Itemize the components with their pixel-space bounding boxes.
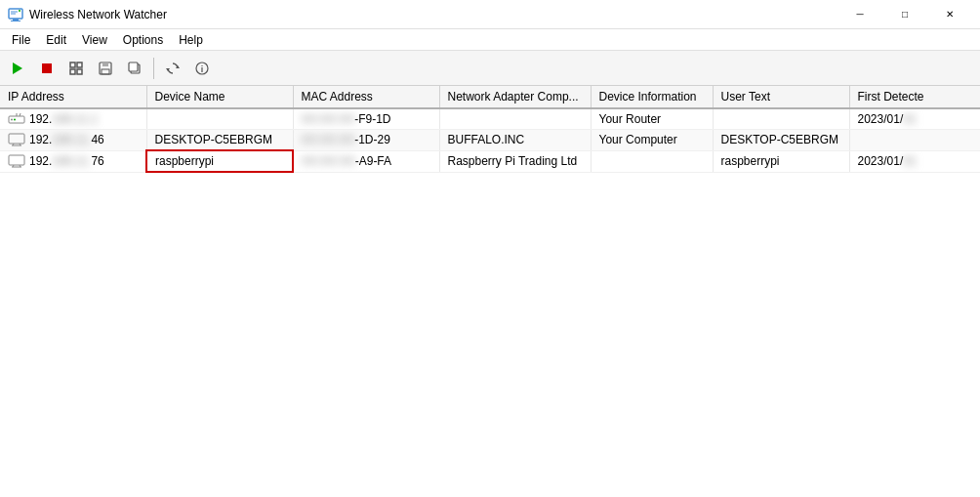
menu-edit[interactable]: Edit: [38, 31, 74, 49]
svg-rect-9: [77, 62, 82, 67]
table-row[interactable]: 192.168.11.46 DESKTOP-C5EBRGM XX:XX:XX-1…: [0, 130, 980, 151]
about-button[interactable]: i: [188, 55, 216, 82]
ip-text: 192.168.11.1: [29, 112, 98, 126]
cell-ip: 192.168.11.76: [0, 150, 146, 172]
cell-firstdet: 2023/01/01: [849, 108, 980, 130]
svg-marker-6: [13, 62, 22, 74]
cell-devinfo: [591, 150, 713, 172]
copy-button[interactable]: [121, 55, 148, 82]
title-bar: Wireless Network Watcher ─ □ ✕: [0, 0, 980, 29]
svg-rect-1: [13, 19, 19, 21]
cell-adapter: [439, 108, 591, 130]
title-bar-left: Wireless Network Watcher: [8, 7, 167, 22]
cell-ip: 192.168.11.1: [0, 108, 146, 130]
play-button[interactable]: [4, 55, 31, 82]
col-header-mac[interactable]: MAC Address: [293, 86, 439, 108]
svg-rect-7: [42, 63, 52, 73]
cell-usertext: [713, 108, 849, 130]
menu-options[interactable]: Options: [115, 31, 171, 49]
refresh-button[interactable]: [159, 55, 186, 82]
toolbar: i: [0, 51, 980, 86]
cell-ip: 192.168.11.46: [0, 130, 146, 151]
save-button[interactable]: [92, 55, 119, 82]
toolbar-separator: [153, 58, 154, 79]
menu-bar: File Edit View Options Help: [0, 29, 980, 51]
network-table: IP Address Device Name MAC Address Netwo…: [0, 86, 980, 173]
main-area: IP Address Device Name MAC Address Netwo…: [0, 86, 980, 497]
svg-rect-8: [70, 62, 75, 67]
svg-rect-13: [102, 62, 108, 66]
cell-device: [146, 108, 293, 130]
maximize-button[interactable]: □: [882, 0, 927, 29]
cell-device-highlighted: raspberrypi: [146, 150, 293, 172]
cell-device: DESKTOP-C5EBRGM: [146, 130, 293, 151]
col-header-device[interactable]: Device Name: [146, 86, 293, 108]
svg-point-22: [11, 119, 13, 121]
table-header-row: IP Address Device Name MAC Address Netwo…: [0, 86, 980, 108]
col-header-usertext[interactable]: User Text: [713, 86, 849, 108]
minimize-button[interactable]: ─: [837, 0, 882, 29]
svg-rect-10: [70, 69, 75, 74]
cell-firstdet: 2023/01/01: [849, 150, 980, 172]
table-row[interactable]: 192.168.11.1 XX:XX:XX-F9-1D Your Router …: [0, 108, 980, 130]
ip-text: 192.168.11.46: [29, 133, 104, 146]
svg-rect-14: [102, 69, 109, 74]
close-button[interactable]: ✕: [927, 0, 972, 29]
col-header-devinfo[interactable]: Device Information: [591, 86, 713, 108]
menu-file[interactable]: File: [4, 31, 38, 49]
computer-icon: [8, 133, 25, 146]
cell-adapter: BUFFALO.INC: [439, 130, 591, 151]
svg-rect-2: [11, 21, 20, 21]
stop-button[interactable]: [33, 55, 61, 82]
svg-text:i: i: [201, 64, 204, 74]
grid-button[interactable]: [62, 55, 90, 82]
ip-text: 192.168.11.76: [29, 154, 104, 168]
cell-firstdet: [849, 130, 980, 151]
table-row[interactable]: 192.168.11.76 raspberrypi XX:XX:XX-A9-FA…: [0, 150, 980, 172]
svg-rect-26: [9, 134, 24, 144]
cell-mac: XX:XX:XX-A9-FA: [293, 150, 439, 172]
cell-usertext: DESKTOP-C5EBRGM: [713, 130, 849, 151]
router-icon: [8, 112, 25, 126]
cell-adapter: Raspberry Pi Trading Ltd: [439, 150, 591, 172]
col-header-ip[interactable]: IP Address: [0, 86, 146, 108]
svg-point-23: [14, 119, 16, 121]
menu-view[interactable]: View: [74, 31, 115, 49]
menu-help[interactable]: Help: [171, 31, 211, 49]
col-header-firstdet[interactable]: First Detecte: [849, 86, 980, 108]
title-bar-controls: ─ □ ✕: [837, 0, 972, 29]
app-icon: [8, 7, 23, 22]
cell-usertext: raspberrypi: [713, 150, 849, 172]
title-bar-text: Wireless Network Watcher: [29, 8, 167, 21]
svg-point-3: [19, 10, 20, 12]
svg-rect-11: [77, 69, 82, 74]
svg-rect-16: [129, 62, 138, 71]
svg-rect-30: [9, 155, 24, 165]
cell-mac: XX:XX:XX-F9-1D: [293, 108, 439, 130]
col-header-adapter[interactable]: Network Adapter Comp...: [439, 86, 591, 108]
cell-devinfo: Your Computer: [591, 130, 713, 151]
cell-devinfo: Your Router: [591, 108, 713, 130]
cell-mac: XX:XX:XX-1D-29: [293, 130, 439, 151]
pi-icon: [8, 154, 25, 168]
